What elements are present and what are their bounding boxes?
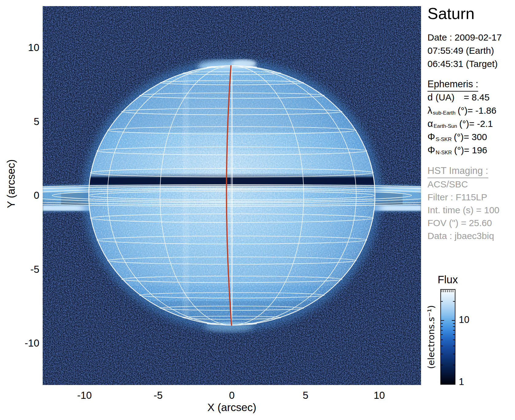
x-tick-label-5: 5	[287, 389, 324, 402]
value-d: = 8.45	[464, 92, 490, 103]
hst-data-id: Data : jbaec3biq	[427, 230, 499, 242]
colorbar-tick	[441, 354, 443, 354]
value-lambda: = -1.86	[467, 105, 496, 116]
colorbar-tick-10	[452, 320, 455, 321]
observation-date: Date : 2009-02-17	[427, 31, 502, 44]
colorbar-tick-label-10: 10	[459, 314, 469, 326]
colorbar-unit-label: (electrons.s⁻¹)	[426, 305, 436, 369]
x-tick-label-0: 0	[213, 389, 250, 402]
x-tick-label-10: 10	[361, 389, 398, 402]
symbol-d: d	[427, 92, 433, 103]
symbol-phi-n: Φ	[427, 145, 435, 155]
observation-block: Date : 2009-02-17 07:55:49 (Earth) 06:45…	[427, 31, 502, 70]
x-tick-label-m10: -10	[66, 389, 103, 402]
ephemeris-heading-wrap: Ephemeris :	[427, 79, 478, 92]
colorbar-tick	[453, 301, 455, 302]
ephemeris-row-phi-s: ΦS-SKR(°) = 300	[427, 131, 496, 145]
hst-heading: HST Imaging :	[427, 165, 488, 178]
colorbar-tick	[453, 334, 455, 335]
hst-filter: Filter : F115LP	[427, 191, 499, 204]
colorbar-tick	[441, 334, 443, 335]
y-tick-label-0: 0	[13, 189, 39, 202]
saturn-image-svg	[43, 6, 421, 385]
y-tick-label-m10: -10	[13, 337, 39, 350]
colorbar-tick-10	[441, 320, 444, 321]
colorbar-tick	[453, 340, 455, 340]
colorbar-tick	[453, 326, 455, 327]
hst-fov: FOV (") = 25.60	[427, 217, 499, 230]
hst-instrument: ACS/SBC	[427, 178, 499, 191]
ephemeris-row-alpha: αEarth-Sun(°) = -2.1	[427, 118, 496, 131]
colorbar-tick	[441, 326, 443, 327]
y-tick-label-10: 10	[13, 41, 39, 54]
colorbar-tick	[453, 365, 455, 365]
colorbar-tick	[441, 365, 443, 365]
colorbar-tick	[441, 330, 443, 331]
ephemeris-heading: Ephemeris :	[427, 79, 478, 92]
hst-int-time: Int. time (s) = 100	[427, 204, 499, 217]
hst-heading-wrap: HST Imaging :	[427, 165, 488, 178]
symbol-lambda: λ	[427, 105, 432, 116]
colorbar-tick	[441, 340, 443, 340]
ephemeris-row-lambda: λsub-Earth(°) = -1.86	[427, 105, 496, 118]
colorbar-tick	[441, 323, 443, 324]
page: { "title": "Saturn", "observation": { "d…	[0, 0, 515, 420]
colorbar-tick	[453, 330, 455, 331]
value-alpha: = -2.1	[469, 119, 493, 129]
hst-info-block: ACS/SBC Filter : F115LP Int. time (s) = …	[427, 178, 499, 242]
value-phi-s: = 300	[464, 132, 487, 142]
colorbar	[440, 289, 455, 385]
observation-earth-time: 07:55:49 (Earth)	[427, 44, 502, 57]
y-tick-label-m5: -5	[13, 263, 39, 276]
colorbar-tick	[453, 323, 455, 324]
plot-title: Saturn	[427, 4, 474, 23]
colorbar-top-minor-ticks	[442, 290, 454, 292]
colorbar-tick	[441, 346, 443, 346]
colorbar-tick	[441, 301, 443, 302]
x-tick-label-m5: -5	[140, 389, 177, 402]
ephemeris-rows: d(UA) = 8.45 λsub-Earth(°) = -1.86 αEart…	[427, 92, 496, 158]
ephemeris-row-phi-n: ΦN-SKR(°) = 196	[427, 145, 496, 158]
colorbar-tick-label-1: 1	[459, 376, 464, 388]
saturn-image-plot	[43, 6, 421, 385]
colorbar-tick	[453, 346, 455, 346]
ephemeris-row-d: d(UA) = 8.45	[427, 92, 496, 105]
colorbar-title: Flux	[429, 273, 466, 286]
x-axis-label: X (arcsec)	[186, 401, 278, 414]
y-tick-label-5: 5	[13, 115, 39, 128]
value-phi-n: = 196	[464, 145, 487, 155]
colorbar-tick	[453, 354, 455, 354]
symbol-alpha: α	[427, 118, 433, 129]
symbol-phi-s: Φ	[427, 131, 435, 142]
observation-target-time: 06:45:31 (Target)	[427, 57, 502, 70]
